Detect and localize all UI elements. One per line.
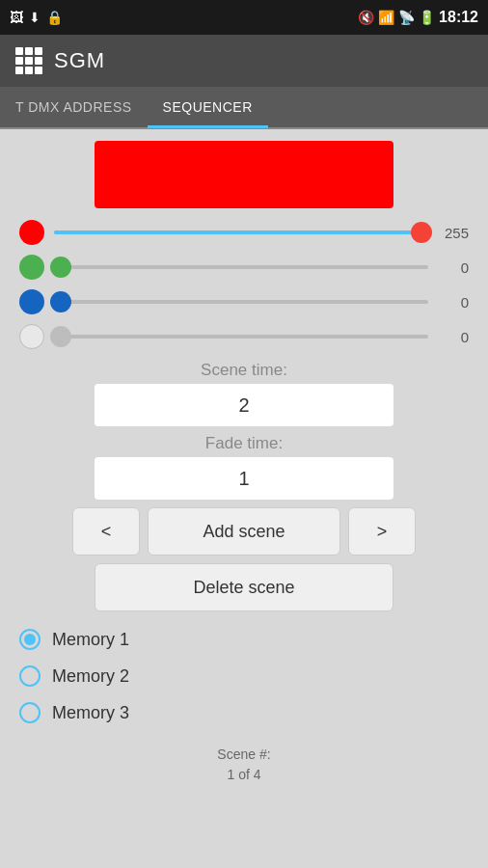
memory-1-label: Memory 1	[52, 630, 129, 650]
blue-slider-thumb[interactable]	[50, 291, 71, 312]
scene-info-line2: 1 of 4	[12, 765, 476, 785]
blue-slider-value: 0	[438, 294, 469, 311]
memory-1-radio[interactable]	[19, 629, 41, 650]
green-slider-row: 0	[19, 255, 469, 280]
tab-sequencer[interactable]: SEQUENCER	[148, 88, 268, 128]
app-bar: SGM	[0, 35, 488, 87]
status-time: 18:12	[439, 9, 478, 26]
app-grid-icon	[15, 47, 42, 74]
status-right-icons: 🔇 📶 📡 🔋 18:12	[358, 9, 478, 26]
picture-icon: 🖼	[10, 10, 23, 25]
lock-icon: 🔒	[46, 10, 63, 25]
memory-2-radio[interactable]	[19, 665, 41, 687]
red-slider-thumb[interactable]	[411, 222, 432, 243]
memory-list: Memory 1 Memory 2 Memory 3	[12, 619, 476, 733]
mute-icon: 🔇	[358, 10, 374, 25]
nav-buttons-row: < Add scene >	[12, 507, 476, 556]
fade-time-label: Fade time:	[205, 434, 283, 453]
red-slider-row: 255	[19, 220, 469, 245]
white-dot	[19, 324, 44, 349]
tab-dmx-address[interactable]: T DMX ADDRESS	[0, 87, 148, 127]
main-content: 255 0 0 0	[0, 129, 488, 868]
prev-button[interactable]: <	[72, 507, 140, 556]
red-slider-fill	[54, 231, 428, 234]
red-slider-value: 255	[438, 225, 469, 241]
scene-time-section: Scene time:	[12, 361, 476, 426]
memory-item-2[interactable]: Memory 2	[19, 660, 469, 692]
scene-time-label: Scene time:	[201, 361, 287, 380]
wifi-icon: 📶	[378, 10, 394, 25]
green-slider-thumb[interactable]	[50, 257, 71, 278]
signal-icon: 📡	[398, 10, 415, 25]
green-dot	[19, 255, 44, 280]
fade-time-input[interactable]	[95, 457, 393, 500]
battery-icon: 🔋	[419, 10, 435, 25]
status-bar: 🖼 ⬇ 🔒 🔇 📶 📡 🔋 18:12	[0, 0, 488, 35]
white-slider-value: 0	[438, 329, 469, 345]
red-dot	[19, 220, 44, 245]
delete-row: Delete scene	[12, 563, 476, 611]
scene-info: Scene #: 1 of 4	[12, 745, 476, 785]
scene-time-input[interactable]	[95, 384, 393, 426]
memory-1-radio-inner	[24, 634, 36, 645]
blue-slider-track[interactable]	[54, 300, 428, 304]
status-left-icons: 🖼 ⬇ 🔒	[10, 10, 63, 25]
sliders-section: 255 0 0 0	[12, 216, 476, 353]
memory-3-label: Memory 3	[52, 703, 129, 723]
scene-info-line1: Scene #:	[12, 745, 476, 765]
white-slider-thumb[interactable]	[50, 326, 71, 347]
blue-dot	[19, 289, 44, 314]
green-slider-value: 0	[438, 259, 469, 276]
color-preview	[95, 141, 393, 208]
tab-bar: T DMX ADDRESS SEQUENCER	[0, 87, 488, 129]
delete-scene-button[interactable]: Delete scene	[95, 563, 393, 611]
memory-item-1[interactable]: Memory 1	[19, 623, 469, 656]
white-slider-row: 0	[19, 324, 469, 349]
add-scene-button[interactable]: Add scene	[148, 507, 340, 556]
download-icon: ⬇	[29, 10, 41, 25]
fade-time-section: Fade time:	[12, 434, 476, 500]
memory-2-label: Memory 2	[52, 666, 129, 687]
white-slider-track[interactable]	[54, 335, 428, 339]
green-slider-track[interactable]	[54, 265, 428, 269]
red-slider-track[interactable]	[54, 231, 428, 234]
app-title: SGM	[54, 48, 105, 73]
blue-slider-row: 0	[19, 289, 469, 314]
memory-3-radio[interactable]	[19, 702, 41, 723]
memory-item-3[interactable]: Memory 3	[19, 696, 469, 729]
next-button[interactable]: >	[348, 507, 416, 556]
